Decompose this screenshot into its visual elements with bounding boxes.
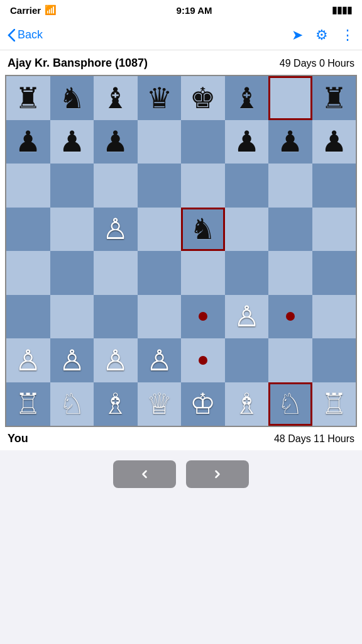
cell-7-7[interactable]: ♖ [312,382,356,426]
cell-7-5[interactable]: ♗ [225,382,269,426]
opponent-name: Ajay Kr. Bansphore (1087) [8,57,148,70]
cell-0-4[interactable]: ♚ [181,76,225,120]
cell-0-3[interactable]: ♛ [138,76,182,120]
cell-5-4[interactable] [181,295,225,339]
cell-7-4[interactable]: ♔ [181,382,225,426]
cell-0-2[interactable]: ♝ [94,76,138,120]
cell-1-2[interactable]: ♟ [94,120,138,164]
chess-board: ♜♞♝♛♚♝♜♟♟♟♟♟♟♙♞♙♙♙♙♙♖♘♗♕♔♗♘♖ [5,75,357,427]
cell-5-3[interactable] [138,295,182,339]
cell-1-7[interactable]: ♟ [312,120,356,164]
cell-4-3[interactable] [138,251,182,295]
cell-2-6[interactable] [268,164,312,208]
piece-0-5: ♝ [234,84,260,113]
cell-2-4[interactable] [181,164,225,208]
cell-5-0[interactable] [6,295,50,339]
cell-1-4[interactable] [181,120,225,164]
cell-1-6[interactable]: ♟ [268,120,312,164]
cell-3-6[interactable] [268,208,312,252]
cell-2-1[interactable] [50,164,94,208]
piece-1-1: ♟ [59,127,85,156]
cell-2-0[interactable] [6,164,50,208]
cell-7-1[interactable]: ♘ [50,382,94,426]
cell-1-0[interactable]: ♟ [6,120,50,164]
cell-3-5[interactable] [225,208,269,252]
cell-7-6[interactable]: ♘ [268,382,312,426]
cell-5-1[interactable] [50,295,94,339]
cell-2-7[interactable] [312,164,356,208]
settings-icon[interactable]: ⚙ [315,27,328,43]
cell-6-1[interactable]: ♙ [50,338,94,382]
nav-actions: ➤ ⚙ ⋮ [292,27,354,43]
cell-7-0[interactable]: ♖ [6,382,50,426]
cell-1-1[interactable]: ♟ [50,120,94,164]
cell-7-3[interactable]: ♕ [138,382,182,426]
cell-0-7[interactable]: ♜ [312,76,356,120]
cell-0-1[interactable]: ♞ [50,76,94,120]
cell-6-6[interactable] [268,338,312,382]
cell-3-4[interactable]: ♞ [181,208,225,252]
wifi-icon: 📶 [45,4,57,16]
cell-4-1[interactable] [50,251,94,295]
cell-0-5[interactable]: ♝ [225,76,269,120]
piece-0-4: ♚ [190,84,216,113]
cell-6-3[interactable]: ♙ [138,338,182,382]
cell-4-0[interactable] [6,251,50,295]
cell-5-6[interactable] [268,295,312,339]
carrier-label: Carrier 📶 [10,4,57,16]
piece-1-2: ♟ [102,127,128,156]
cell-5-5[interactable]: ♙ [225,295,269,339]
piece-7-0: ♖ [15,389,41,418]
piece-6-0: ♙ [15,346,41,375]
cell-7-2[interactable]: ♗ [94,382,138,426]
cell-3-7[interactable] [312,208,356,252]
cell-4-6[interactable] [268,251,312,295]
battery-icon: ▮▮▮▮ [332,4,352,16]
cell-4-4[interactable] [181,251,225,295]
cell-1-5[interactable]: ♟ [225,120,269,164]
send-icon[interactable]: ➤ [292,27,303,43]
cell-4-5[interactable] [225,251,269,295]
piece-5-5: ♙ [234,302,260,331]
cell-2-2[interactable] [94,164,138,208]
piece-0-0: ♜ [15,84,41,113]
cell-4-2[interactable] [94,251,138,295]
you-label: You [8,432,28,445]
piece-7-3: ♕ [146,389,172,418]
piece-0-7: ♜ [321,84,347,113]
cell-3-3[interactable] [138,208,182,252]
cell-5-2[interactable] [94,295,138,339]
cell-6-4[interactable] [181,338,225,382]
cell-4-7[interactable] [312,251,356,295]
cell-6-7[interactable] [312,338,356,382]
cell-6-0[interactable]: ♙ [6,338,50,382]
prev-button[interactable] [113,460,176,488]
board-container: ♜♞♝♛♚♝♜♟♟♟♟♟♟♙♞♙♙♙♙♙♖♘♗♕♔♗♘♖ [0,75,362,427]
cell-2-5[interactable] [225,164,269,208]
navigation-buttons [0,450,362,501]
piece-6-2: ♙ [102,346,128,375]
piece-7-4: ♔ [190,389,216,418]
status-bar: Carrier 📶 9:19 AM ▮▮▮▮ [0,0,362,20]
back-button[interactable]: Back [8,28,43,42]
cell-3-0[interactable] [6,208,50,252]
piece-7-7: ♖ [321,389,347,418]
cell-3-1[interactable] [50,208,94,252]
nav-bar: Back ➤ ⚙ ⋮ [0,20,362,50]
next-button[interactable] [186,460,249,488]
cell-5-7[interactable] [312,295,356,339]
cell-6-5[interactable] [225,338,269,382]
cell-2-3[interactable] [138,164,182,208]
cell-0-0[interactable]: ♜ [6,76,50,120]
piece-1-0: ♟ [15,127,41,156]
more-icon[interactable]: ⋮ [341,27,354,43]
cell-0-6[interactable] [268,76,312,120]
piece-6-1: ♙ [59,346,85,375]
cell-3-2[interactable]: ♙ [94,208,138,252]
cell-1-3[interactable] [138,120,182,164]
piece-0-2: ♝ [102,84,128,113]
piece-6-3: ♙ [146,346,172,375]
piece-0-1: ♞ [59,84,85,113]
you-info: You 48 Days 11 Hours [0,427,362,450]
cell-6-2[interactable]: ♙ [94,338,138,382]
